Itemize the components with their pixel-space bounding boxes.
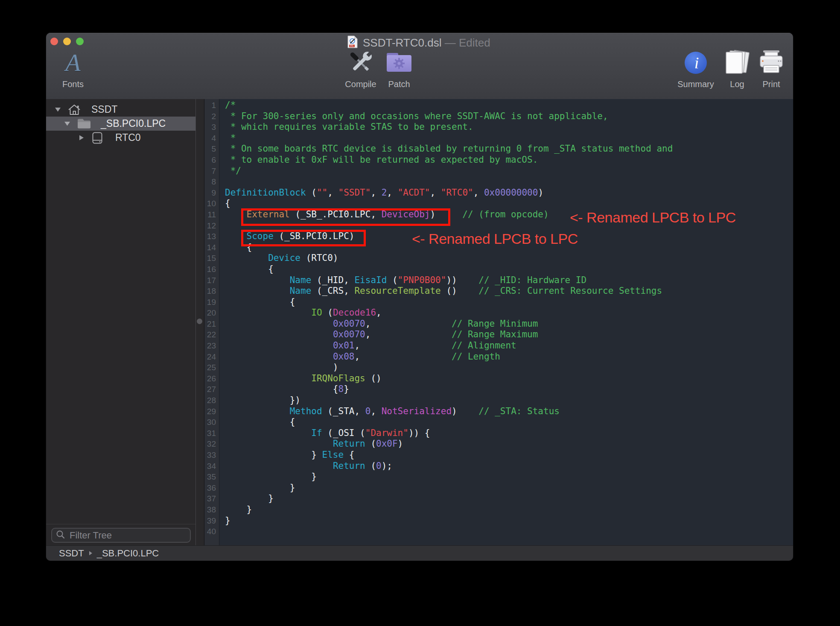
summary-info-icon: i: [672, 47, 719, 79]
window-controls: [50, 38, 84, 45]
folder-icon: [77, 118, 96, 129]
code-editor[interactable]: 1234567891011121314151617181920212223242…: [204, 99, 793, 546]
disclosure-down-icon[interactable]: [55, 107, 67, 112]
fonts-label: Fonts: [50, 79, 96, 89]
summary-button[interactable]: i Summary: [672, 47, 719, 89]
patch-folder-icon: [376, 47, 423, 79]
sidebar-item-sb-pci0-lpc[interactable]: _SB.PCI0.LPC: [46, 117, 195, 131]
breadcrumb-separator-icon: [88, 550, 93, 556]
svg-text:i: i: [694, 54, 699, 72]
patch-button[interactable]: Patch: [376, 47, 423, 89]
home-icon: [67, 104, 87, 116]
filter-tree-input[interactable]: [69, 529, 193, 541]
print-printer-icon: [748, 47, 793, 79]
breadcrumb-bar: SSDT _SB.PCI0.LPC: [46, 545, 793, 561]
fonts-button[interactable]: A Fonts: [50, 47, 96, 89]
patch-label: Patch: [376, 79, 423, 89]
search-icon: [56, 530, 65, 541]
fonts-icon: A: [65, 50, 80, 75]
sidebar-item-label: _SB.PCI0.LPC: [101, 118, 166, 129]
disclosure-right-icon[interactable]: [79, 135, 91, 141]
breadcrumb-root[interactable]: SSDT: [59, 548, 84, 559]
app-window: DSL SSDT-RTC0.dsl — Edited A Fonts: [46, 33, 793, 561]
minimize-button[interactable]: [63, 38, 71, 45]
toolbar: DSL SSDT-RTC0.dsl — Edited A Fonts: [46, 33, 793, 99]
print-label: Print: [748, 79, 793, 89]
close-button[interactable]: [50, 38, 58, 45]
line-number-gutter: 1234567891011121314151617181920212223242…: [204, 99, 219, 546]
print-button[interactable]: Print: [748, 47, 793, 89]
split-handle-dot[interactable]: [197, 319, 202, 324]
device-icon: [91, 132, 111, 144]
summary-label: Summary: [672, 79, 719, 89]
sidebar-item-label: SSDT: [91, 104, 117, 115]
sidebar-item-rtc0[interactable]: RTC0: [46, 131, 195, 145]
sidebar-tree: SSDT _SB.PCI0.LPC: [46, 99, 195, 546]
filter-section: [46, 524, 195, 546]
split-divider[interactable]: [195, 99, 204, 546]
sidebar-item-ssdt[interactable]: SSDT: [46, 102, 195, 117]
filter-tree-field[interactable]: [51, 528, 191, 543]
external-highlight-box: [241, 208, 450, 226]
sidebar-item-label: RTC0: [115, 132, 141, 143]
rename-annotation-1: <- Renamed LPCB to LPC: [570, 209, 736, 226]
disclosure-down-icon[interactable]: [64, 121, 77, 126]
rename-annotation-2: <- Renamed LPCB to LPC: [412, 231, 578, 247]
zoom-button[interactable]: [76, 38, 84, 45]
breadcrumb-path[interactable]: _SB.PCI0.LPC: [97, 548, 159, 559]
scope-highlight-box: [241, 230, 366, 246]
source-code[interactable]: /* * For 300-series only and occasions w…: [220, 100, 793, 537]
